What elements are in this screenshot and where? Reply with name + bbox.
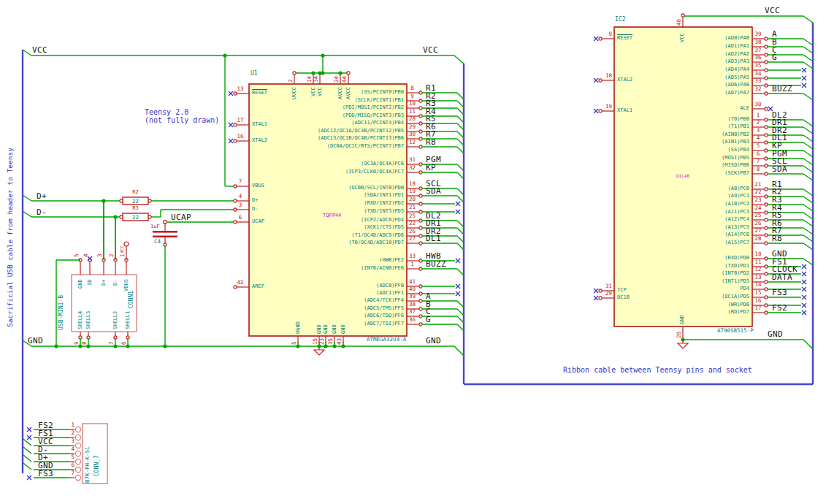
wire xyxy=(454,346,464,356)
pin-end-circle xyxy=(234,208,237,211)
pin-number: 4 xyxy=(83,253,89,257)
vcc-port-label: VCC xyxy=(120,245,124,253)
net-label-vcc: VCC xyxy=(32,46,47,54)
wire xyxy=(23,463,31,470)
wire xyxy=(803,142,813,149)
pin-number: 26 xyxy=(406,229,418,234)
pin-end-circle xyxy=(765,203,768,206)
pin-end-circle xyxy=(765,280,768,283)
pin-name: (T1/OC4D/ADC9)PD6 xyxy=(258,233,404,238)
pin-number: 9 xyxy=(406,93,418,99)
pin-end-circle xyxy=(419,171,422,174)
pin-name: (ICP2/ADC8)PD4 xyxy=(258,218,404,223)
net-label: DATA xyxy=(772,273,792,281)
pin-number: 28 xyxy=(406,116,418,122)
pin-number: 5 xyxy=(66,454,74,460)
pin-end-circle xyxy=(419,242,422,245)
pin-end-circle xyxy=(765,164,768,167)
wire xyxy=(803,174,813,180)
pin-name: (A11)PC3 xyxy=(603,210,749,215)
pin-end-circle xyxy=(234,286,237,289)
pin-number: 1 xyxy=(66,422,74,428)
pin-name: (T0/OC4D/ADC10)PD7 xyxy=(258,240,404,245)
pin-name: (A13)PC5 xyxy=(603,225,749,230)
wire xyxy=(803,205,813,211)
pin-number: 6 xyxy=(234,215,247,221)
pin-name: GND xyxy=(317,324,322,334)
pin-name: (RXD/INT2)PD2 xyxy=(258,201,404,206)
component-ref: R2 xyxy=(123,190,148,195)
pin-end-circle xyxy=(765,218,768,221)
junction xyxy=(163,344,167,348)
junction xyxy=(78,344,82,348)
pin-name: D- xyxy=(113,279,118,285)
net-label: DL1 xyxy=(426,234,441,243)
pin-number: 22 xyxy=(406,221,418,226)
pin-number: 39 xyxy=(752,31,765,37)
capacitor-body[interactable] xyxy=(153,231,177,233)
wire xyxy=(457,221,464,227)
wire xyxy=(803,135,813,142)
pin-number: 40 xyxy=(676,19,682,26)
pin-end-circle xyxy=(419,323,422,326)
component-value: B7K-PH-K-S1 xyxy=(85,446,91,483)
pin-end-circle xyxy=(419,91,422,94)
pin-number: 17 xyxy=(234,118,247,123)
pin-name: (XCK1/CTS)PD5 xyxy=(258,225,404,230)
pin-number: 6 xyxy=(121,341,127,345)
pin-end-circle xyxy=(765,92,768,95)
pin-end-circle xyxy=(419,219,422,222)
note-teensy-line2: (not fully drawn) xyxy=(145,117,219,124)
pin-name: (OC0A/OC1C/RTS/PCINT7)PB7 xyxy=(258,144,404,149)
pin-name: (SS)PB4 xyxy=(603,148,749,153)
pin-number: 17 xyxy=(752,305,765,311)
junction xyxy=(296,344,299,348)
wire xyxy=(457,139,464,145)
pin-name: (A14)PC6 xyxy=(603,232,749,237)
net-label-ucap: UCAP xyxy=(171,213,191,221)
pin-name: (A12)PC4 xyxy=(603,217,749,222)
net-label: FS3 xyxy=(772,289,787,297)
pin-number: 23 xyxy=(319,338,325,345)
pin-number: 36 xyxy=(752,55,765,61)
pin-number: 33 xyxy=(752,78,765,84)
pin-name: (A9)PC1 xyxy=(603,194,749,199)
net-label: BUZZ xyxy=(426,260,446,268)
pin-number: 1 xyxy=(120,253,126,257)
pin-end-circle xyxy=(234,123,237,126)
wire xyxy=(23,195,31,201)
pin-end-circle xyxy=(765,134,768,137)
pin-end-circle xyxy=(765,149,768,152)
wire xyxy=(457,324,464,331)
pin-name: AVCC xyxy=(346,87,351,99)
pin-end-circle xyxy=(765,211,768,214)
net-label: G xyxy=(426,316,431,324)
pin-number: 41 xyxy=(406,279,418,285)
pin-end-circle xyxy=(75,451,80,456)
vcc-symbol[interactable] xyxy=(124,242,129,246)
pin-name: GND xyxy=(341,324,346,334)
pin-name: (AD6)PA6 xyxy=(603,83,749,88)
pin-end-circle xyxy=(765,37,768,40)
pin-name: (OC1A)PD5 xyxy=(603,294,749,299)
capacitor-body[interactable] xyxy=(153,236,177,238)
wire xyxy=(457,309,464,316)
pin-end-circle xyxy=(419,308,422,310)
wire xyxy=(457,301,464,308)
component-value: AT90S8515-P xyxy=(717,328,754,334)
junction xyxy=(113,344,117,348)
pin-end-circle xyxy=(419,115,422,118)
pin-end-circle xyxy=(75,467,80,472)
component-value: 22 xyxy=(123,199,148,205)
pin-end-circle xyxy=(765,61,768,64)
pin-number: 8 xyxy=(406,85,418,91)
pin-number: 33 xyxy=(406,253,418,259)
wire xyxy=(457,188,464,195)
wire xyxy=(803,120,813,126)
pin-name: (HWB)PE2 xyxy=(258,258,404,263)
note-ribbon: Ribbon cable between Teensy pins and soc… xyxy=(563,367,752,374)
pin-end-circle xyxy=(765,69,768,72)
pin-end-circle xyxy=(293,72,296,75)
pin-end-circle xyxy=(419,226,422,229)
pin-end-circle xyxy=(419,259,422,262)
